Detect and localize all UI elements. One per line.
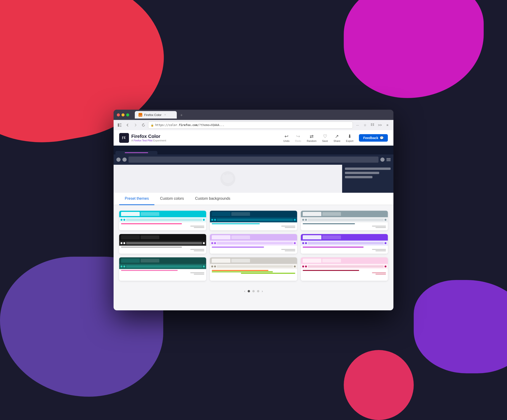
- tc1-dot-3: [203, 219, 205, 221]
- export-button[interactable]: ⬇ Export: [346, 134, 353, 142]
- tc3-line-1: [372, 226, 386, 227]
- tc4-lines: [119, 249, 206, 252]
- share-button[interactable]: ↗ Share: [333, 134, 340, 142]
- bg-shape-4: [414, 280, 507, 373]
- browser-tab-active[interactable]: 🦊 Firefox Color ×: [135, 111, 177, 119]
- tc4-body: [119, 247, 206, 254]
- tc5-accent: [212, 247, 264, 248]
- reload-button[interactable]: [140, 122, 147, 128]
- undo-button[interactable]: ↩ Undo: [283, 134, 289, 142]
- tc8-tab-inactive: [231, 259, 250, 263]
- reader-view-button[interactable]: [369, 122, 376, 128]
- tc8-header: [210, 257, 297, 264]
- tc2-dot-2: [214, 219, 216, 221]
- save-button[interactable]: ♡ Save: [322, 134, 328, 142]
- tab-custom-backgrounds[interactable]: Custom backgrounds: [189, 193, 236, 205]
- tab-close-button[interactable]: ×: [164, 113, 166, 117]
- tab-custom-colors[interactable]: Custom colors: [154, 193, 189, 205]
- tc1-line-2: [194, 227, 204, 228]
- tc9-dot-1: [302, 265, 304, 267]
- tc8-dot-3: [294, 265, 296, 267]
- tc6-dot-2: [305, 242, 307, 244]
- page-dot-1[interactable]: [248, 290, 250, 292]
- app-toolbar: ↩ Undo ↪ Redo ⇄ Random ♡ Save ↗ Share ⬇ …: [283, 134, 388, 142]
- maximize-traffic-light[interactable]: [126, 114, 129, 116]
- tc3-tab-active: [303, 212, 321, 216]
- theme-card-1[interactable]: [119, 211, 206, 230]
- theme-card-4[interactable]: [119, 234, 206, 254]
- theme-card-3[interactable]: [301, 211, 388, 230]
- tc5-line-2: [285, 250, 295, 251]
- tc6-tab-active: [303, 235, 321, 239]
- preview-tab-indicator: [125, 152, 148, 153]
- content-tabs: Preset themes Custom colors Custom backg…: [113, 193, 394, 205]
- tc6-addr: [308, 242, 384, 244]
- lock-icon: 🔒: [151, 124, 154, 127]
- hamburger-menu-button[interactable]: ≡: [384, 122, 391, 128]
- app-header: Firefox Color A Firefox Test Pilot Exper…: [113, 130, 394, 146]
- new-tab-button[interactable]: +: [178, 112, 185, 119]
- page-dot-3[interactable]: [257, 290, 259, 292]
- save-label: Save: [322, 140, 328, 142]
- tc5-tab-active: [212, 235, 230, 239]
- tc4-tab-active: [121, 235, 140, 239]
- preview-tabs: [113, 146, 394, 155]
- preview-menu-line-1: [387, 158, 391, 159]
- pagination: ‹ ›: [113, 286, 394, 297]
- back-button[interactable]: [124, 122, 131, 128]
- tc4-line-2: [194, 250, 204, 251]
- tc1-dot-2: [123, 219, 125, 221]
- feedback-button[interactable]: Feedback 💬: [359, 134, 388, 142]
- tab-preset-themes[interactable]: Preset themes: [119, 193, 154, 205]
- svg-rect-1: [120, 123, 121, 124]
- tc2-bar: [210, 217, 297, 222]
- address-bar[interactable]: 🔒 https://color.firefox.com/?theme=XQAAA…: [148, 121, 353, 128]
- bookmark-star-button[interactable]: ☆: [362, 122, 368, 128]
- theme-card-7[interactable]: [119, 257, 206, 281]
- theme-card-5[interactable]: [210, 234, 297, 254]
- theme-card-6[interactable]: [301, 234, 388, 254]
- tc5-dot-2: [214, 242, 216, 244]
- redo-icon: ↪: [296, 134, 300, 139]
- extensions-button[interactable]: >>: [377, 122, 383, 128]
- tc7-tab-active: [121, 258, 140, 263]
- test-pilot-link[interactable]: Firefox Test Pilot: [134, 139, 153, 142]
- tc9-line-1: [372, 272, 386, 273]
- browser-preview: [113, 146, 394, 193]
- redo-label: Redo: [295, 140, 301, 142]
- tc7-lines: [119, 272, 206, 275]
- tc8-tab-active: [212, 258, 230, 263]
- theme-card-9[interactable]: [301, 257, 388, 281]
- tc8-line-1: [241, 273, 295, 274]
- minimize-traffic-light[interactable]: [121, 114, 125, 116]
- preview-tab-1: [115, 151, 157, 155]
- tc6-dot-3: [385, 242, 387, 244]
- tc9-accent: [303, 270, 359, 271]
- tc3-header: [301, 211, 388, 217]
- next-page-button[interactable]: ›: [262, 289, 263, 293]
- toolbar-right-icons: ··· ☆ >> ≡: [354, 122, 391, 128]
- redo-button[interactable]: ↪ Redo: [295, 134, 301, 142]
- theme-card-2[interactable]: [210, 211, 297, 230]
- prev-page-button[interactable]: ‹: [244, 289, 245, 293]
- forward-button[interactable]: [132, 122, 139, 128]
- app-logo: Firefox Color A Firefox Test Pilot Exper…: [119, 133, 166, 143]
- tc2-tab-inactive: [231, 212, 250, 216]
- random-button[interactable]: ⇄ Random: [307, 134, 317, 142]
- close-traffic-light[interactable]: [117, 114, 120, 116]
- overflow-menu-button[interactable]: ···: [354, 122, 361, 128]
- tc3-lines: [301, 225, 388, 228]
- theme-card-8[interactable]: [210, 257, 297, 281]
- tc1-tab-active: [121, 212, 140, 216]
- sidebar-toggle-button[interactable]: [116, 122, 123, 128]
- tc9-bar: [301, 264, 388, 269]
- svg-rect-6: [371, 125, 372, 126]
- undo-label: Undo: [283, 140, 289, 142]
- tc6-dot-1: [302, 242, 304, 244]
- random-icon: ⇄: [310, 134, 314, 139]
- page-dot-2[interactable]: [252, 290, 255, 292]
- tc8-dot-1: [211, 265, 213, 267]
- theme-grid: [113, 205, 394, 286]
- browser-window: 🦊 Firefox Color × + 🔒 https://color.fire…: [113, 110, 394, 310]
- tc9-addr: [308, 265, 384, 268]
